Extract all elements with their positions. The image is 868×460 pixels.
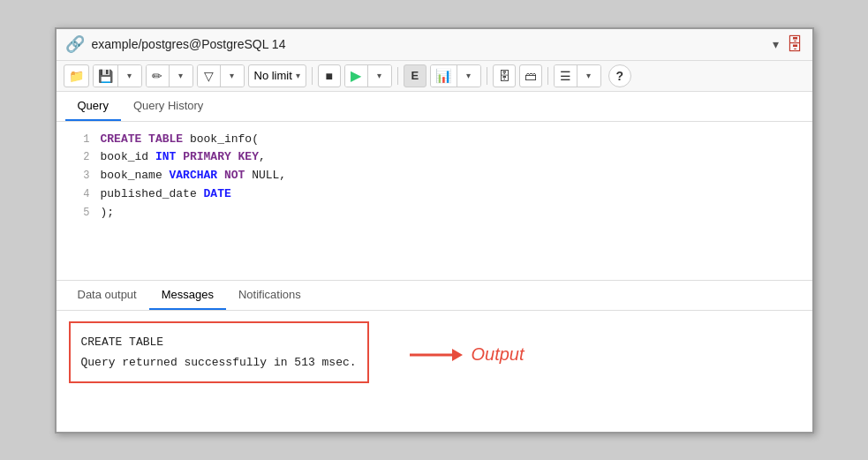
edit-button[interactable]: ✏ <box>147 64 170 87</box>
line-num-5: 5 <box>65 205 90 222</box>
kw-create-table: CREATE TABLE <box>101 132 190 146</box>
line-num-2: 2 <box>65 149 90 166</box>
tab-notifications[interactable]: Notifications <box>226 281 313 310</box>
edit-btn-group: ✏ ▾ <box>146 64 193 87</box>
code-content-2: book_id INT PRIMARY KEY, <box>101 148 266 167</box>
line-num-4: 4 <box>65 186 90 203</box>
macros2-button[interactable]: 🗃 <box>519 64 542 87</box>
svg-marker-1 <box>452 349 463 361</box>
toolbar: 📁 💾 ▾ ✏ ▾ ▽ ▾ No limit ▾ ■ ▶ ▾ E <box>57 61 812 92</box>
output-line1: CREATE TABLE <box>81 332 357 352</box>
sep1 <box>312 67 313 85</box>
code-content-4: published_date DATE <box>101 185 231 204</box>
output-area: CREATE TABLE Query returned successfully… <box>57 311 812 399</box>
code-line-5: 5 ); <box>57 204 812 222</box>
open-folder-button[interactable]: 📁 <box>64 64 89 87</box>
save-btn-group: 💾 ▾ <box>93 64 142 87</box>
limit-label: No limit <box>254 69 292 82</box>
chart-btn-group: 📊 ▾ <box>430 64 481 87</box>
save-button[interactable]: 💾 <box>94 64 118 87</box>
tab-messages[interactable]: Messages <box>149 281 226 310</box>
output-arrow <box>410 344 463 366</box>
list-button[interactable]: ☰ <box>555 64 577 87</box>
help-button[interactable]: ? <box>608 64 631 87</box>
tab-query[interactable]: Query <box>65 92 121 121</box>
output-line2: Query returned successfully in 513 msec. <box>81 352 357 373</box>
explain-button[interactable]: E <box>404 64 426 87</box>
list-dropdown-button[interactable]: ▾ <box>577 64 600 87</box>
output-label-area: Output <box>410 344 525 366</box>
connection-name: example/postgres@PostgreSQL 14 <box>92 37 766 51</box>
code-line-4: 4 published_date DATE <box>57 185 812 204</box>
run-dropdown-button[interactable]: ▾ <box>368 64 391 87</box>
top-tabs: Query Query History <box>57 92 812 122</box>
line-num-3: 3 <box>65 168 90 185</box>
run-btn-group: ▶ ▾ <box>344 64 392 87</box>
sep2 <box>397 67 398 85</box>
line-num-1: 1 <box>65 132 90 148</box>
filter-dropdown-button[interactable]: ▾ <box>221 64 244 87</box>
edit-dropdown-button[interactable]: ▾ <box>170 64 192 87</box>
connection-dropdown[interactable]: ▾ <box>773 37 779 51</box>
code-line-1: 1 CREATE TABLE book_info( <box>57 131 812 149</box>
main-window: 🔗 example/postgres@PostgreSQL 14 ▾ 🗄 📁 💾… <box>55 27 814 434</box>
database-icon[interactable]: 🗄 <box>786 34 804 55</box>
chart-dropdown-button[interactable]: ▾ <box>457 64 480 87</box>
code-content-3: book_name VARCHAR NOT NULL, <box>101 167 287 185</box>
sep4 <box>547 67 548 85</box>
code-line-3: 3 book_name VARCHAR NOT NULL, <box>57 167 812 185</box>
list-btn-group: ☰ ▾ <box>554 64 601 87</box>
limit-dropdown[interactable]: No limit ▾ <box>248 64 306 87</box>
filter-button[interactable]: ▽ <box>198 64 221 87</box>
code-content-1: CREATE TABLE book_info( <box>101 131 259 149</box>
save-dropdown-button[interactable]: ▾ <box>118 64 141 87</box>
code-content-5: ); <box>101 204 115 222</box>
chart-button[interactable]: 📊 <box>431 64 457 87</box>
bottom-tabs: Data output Messages Notifications <box>57 281 812 311</box>
code-editor[interactable]: 1 CREATE TABLE book_info( 2 book_id INT … <box>57 122 812 281</box>
tab-data-output[interactable]: Data output <box>65 281 149 310</box>
connection-bar: 🔗 example/postgres@PostgreSQL 14 ▾ 🗄 <box>57 29 812 61</box>
output-box: CREATE TABLE Query returned successfully… <box>69 321 369 384</box>
stop-button[interactable]: ■ <box>318 64 341 87</box>
macros-button[interactable]: 🗄 <box>493 64 516 87</box>
output-label-text: Output <box>472 344 525 365</box>
run-button[interactable]: ▶ <box>345 64 368 87</box>
sep3 <box>487 67 487 85</box>
filter-btn-group: ▽ ▾ <box>197 64 245 87</box>
limit-caret: ▾ <box>296 71 300 80</box>
connection-icon: 🔗 <box>65 34 85 54</box>
code-line-2: 2 book_id INT PRIMARY KEY, <box>57 148 812 167</box>
tab-query-history[interactable]: Query History <box>121 92 215 121</box>
